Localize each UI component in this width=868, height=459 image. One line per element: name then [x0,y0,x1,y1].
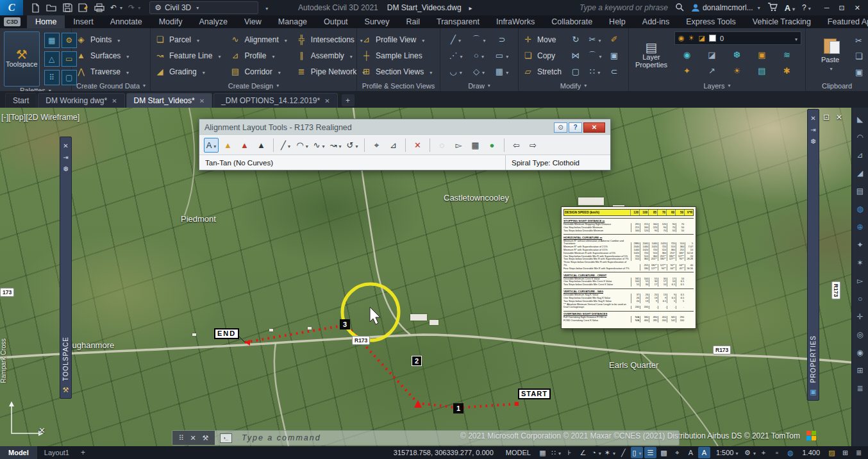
grip-dots-icon[interactable]: ⠿ [179,434,184,442]
properties-palette-bar[interactable]: ✕ ⇥ ❆ PROPERTIES ▣ [807,109,819,401]
contour-tool-icon[interactable]: ◠ [856,133,863,142]
sample-lines-button[interactable]: ┼Sample Lines [361,47,432,63]
modify-tool-icon-6[interactable]: ▢ [566,63,585,79]
draw-tool-icon-0[interactable]: ╱ [444,31,467,47]
menu-list-icon[interactable]: ≣ [856,385,863,393]
draw-spiral-curve-button[interactable]: ↺ [345,138,360,153]
c3d-badge[interactable]: C3D [4,17,21,26]
stretch-button[interactable]: ▱Stretch [522,63,562,79]
surfaces-button[interactable]: ▲Surfaces [76,47,129,63]
star-cursor-icon[interactable]: ✶ [856,259,863,267]
draw-tool-icon-4[interactable]: ○ [467,47,490,63]
qat-customize-button[interactable] [263,3,268,12]
workspace-switching-icon[interactable]: ⚙ [744,447,756,458]
delete-pi-button[interactable]: ▲ [237,138,252,153]
tab-featured-apps[interactable]: Featured Apps [819,15,868,28]
tangent-tangent-no-curves-button[interactable]: A [204,138,219,153]
layer-tool-icon-4[interactable]: ≋ [774,47,799,63]
draw-reverse-curve-button[interactable]: ∿ [312,138,326,153]
save-button[interactable] [63,3,72,12]
dialog-pin-button[interactable]: ⊙ [554,122,567,133]
draw-tool-icon-5[interactable]: ▭ [490,47,513,63]
new-layout-button[interactable]: + [76,448,90,457]
clipboard-tool-icon-1[interactable]: ❏ [855,51,863,61]
default-lineweight-value[interactable]: 1.400 [797,449,824,456]
annotation-autoscale-icon[interactable]: A [698,447,710,458]
break-apart-pi-button[interactable]: ▲ [254,138,269,153]
drawing-close-button[interactable]: ✕ [836,113,842,122]
dialog-help-button[interactable]: ? [569,122,582,133]
insert-pi-button[interactable]: ▲ [221,138,235,153]
pick-point-button[interactable]: ◌ [435,138,449,153]
tab-view[interactable]: View [236,15,270,28]
modify-tool-icon-8[interactable]: ⊂ [605,63,624,79]
modify-tool-icon-3[interactable]: ⋈ [566,47,585,63]
properties-close-icon[interactable]: ✕ [810,112,815,124]
layer-combobox-caret[interactable] [793,35,797,42]
crosshair-icon[interactable]: + [757,447,769,458]
toolspace-properties-icon[interactable]: ❆ [63,163,68,174]
steering-wheel-icon[interactable]: ◉ [856,349,863,357]
redo-button[interactable]: ↷ [128,3,140,12]
layer-properties-button[interactable]: ▤ Layer Properties [633,31,670,80]
toolspace-palette-bar[interactable]: ✕ ⇥ ❆ TOOLSPACE ⚒ [60,137,72,399]
grading-button[interactable]: ◢Grading [154,63,221,79]
tab-rail[interactable]: Rail [397,15,428,28]
snap-star-icon[interactable]: ✦ [856,241,863,249]
layer-tool-icon-8[interactable]: ▤ [749,63,774,79]
layer-tool-icon-3[interactable]: ▣ [749,47,774,63]
move-button[interactable]: ✛Move [522,31,562,47]
file-tab-dm-working-dwg[interactable]: DM Working dwg*✕ [38,93,124,108]
dialog-close-button[interactable]: ✕ [583,122,605,133]
graphics-performance-icon[interactable]: ▨ [826,447,838,458]
profile-tool-icon[interactable]: ⊿ [856,151,863,160]
command-line-grip[interactable]: ⠿ ✕ ⚒ [172,431,215,445]
tab-home[interactable]: Home [27,15,65,28]
tab-survey[interactable]: Survey [356,15,398,28]
open-file-button[interactable] [46,3,57,12]
layer-tool-icon-0[interactable]: ◉ [674,47,699,63]
selection-cycling-icon[interactable]: ▩ [658,447,670,458]
alignment-start-label[interactable]: START [518,388,551,399]
alignment-start-marker[interactable] [515,402,519,406]
draw-tool-icon-8[interactable]: ▦ [490,63,513,79]
grading-tool-icon[interactable]: ◢ [857,169,863,178]
layer-tool-icon-5[interactable]: ✦ [674,63,699,79]
alignment-button[interactable]: ∿Alignment [230,31,287,47]
search-input[interactable]: Type a keyword or phrase [580,3,668,12]
intersections-button[interactable]: ╬Intersections [296,31,365,47]
account-menu[interactable]: donalmcmorl... [691,3,760,12]
layer-tool-icon-7[interactable]: ☀ [724,63,749,79]
annotation-scale-value[interactable]: 1:500 [712,449,743,456]
feature-line-button[interactable]: ↝Feature Line [154,47,221,63]
command-history-caret[interactable] [235,432,239,444]
alignment-layout-tools-dialog[interactable]: Alignment Layout Tools - R173 Realigned … [199,119,611,171]
tab-insert[interactable]: Insert [65,15,101,28]
app-logo-icon[interactable]: C [0,0,23,15]
assembly-button[interactable]: ∥Assembly [296,47,365,63]
convert-entity-button[interactable]: ⊿ [386,138,401,153]
command-line[interactable]: ⠿ ✕ ⚒ ›_ Type a command [172,430,680,446]
command-input[interactable]: Type a command [242,433,321,442]
copy-button[interactable]: ❏Copy [522,47,562,63]
panel-label-profile-section-views[interactable]: Profile & Section Views [357,80,440,91]
viewport-controls-label[interactable]: [-][Top][2D Wireframe] [1,113,79,122]
toolspace-autohide-icon[interactable]: ⇥ [63,151,68,163]
polar-tracking-icon[interactable]: ∠ [577,447,589,458]
draw-tangent-button[interactable]: ╱ [278,138,293,153]
close-icon[interactable]: ✕ [324,97,330,104]
tab-manage[interactable]: Manage [270,15,315,28]
snap-reference-icon[interactable]: ⌖ [671,447,683,458]
panel-label-create-ground-data[interactable]: Create Ground Data [72,80,150,91]
modify-tool-icon-2[interactable]: ✐ [605,31,624,47]
plot-button[interactable] [94,3,104,12]
tab-collaborate[interactable]: Collaborate [543,15,601,28]
parcel-button[interactable]: ❏Parcel [154,31,221,47]
modify-tool-icon-7[interactable]: ∷ [585,63,605,79]
restore-button[interactable]: ⊡ [839,4,845,12]
toolspace-title[interactable]: TOOLSPACE [62,337,69,381]
alignment-point-3-label[interactable]: 3 [340,319,350,330]
tab-analyze[interactable]: Analyze [191,15,236,28]
alignment-point-1-label[interactable]: 1 [453,403,463,413]
object-snap-icon[interactable]: ▯ [631,447,643,458]
